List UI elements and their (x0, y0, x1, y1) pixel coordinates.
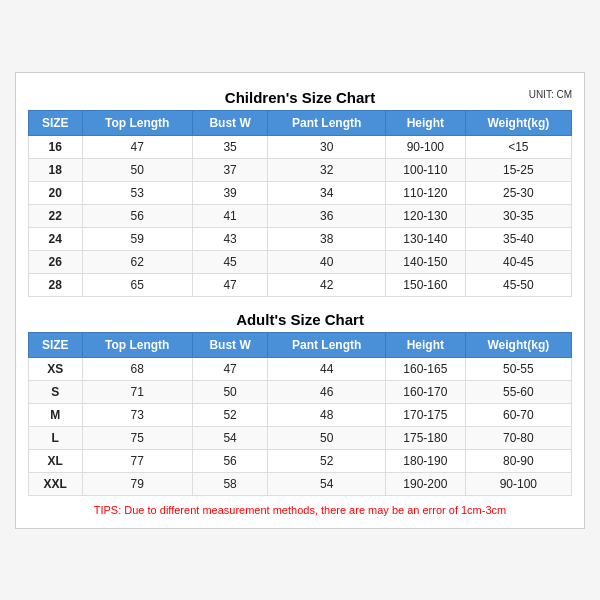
table-cell: 15-25 (465, 158, 571, 181)
table-cell: 160-170 (386, 380, 466, 403)
table-row: XL775652180-19080-90 (29, 449, 572, 472)
children-col-size: SIZE (29, 110, 83, 135)
table-cell: 46 (268, 380, 386, 403)
table-cell: 22 (29, 204, 83, 227)
children-col-toplength: Top Length (82, 110, 192, 135)
children-tbody: 1647353090-100<1518503732100-11015-25205… (29, 135, 572, 296)
table-cell: 45-50 (465, 273, 571, 296)
table-cell: 80-90 (465, 449, 571, 472)
adults-col-toplength: Top Length (82, 332, 192, 357)
table-cell: 52 (268, 449, 386, 472)
table-cell: 110-120 (386, 181, 466, 204)
table-cell: 45 (192, 250, 268, 273)
table-cell: 40-45 (465, 250, 571, 273)
table-cell: 160-165 (386, 357, 466, 380)
table-cell: 34 (268, 181, 386, 204)
adults-col-size: SIZE (29, 332, 83, 357)
table-cell: 44 (268, 357, 386, 380)
table-cell: 62 (82, 250, 192, 273)
table-cell: 20 (29, 181, 83, 204)
children-title-text: Children's Size Chart (225, 89, 375, 106)
table-row: 24594338130-14035-40 (29, 227, 572, 250)
table-cell: 150-160 (386, 273, 466, 296)
table-cell: XXL (29, 472, 83, 495)
table-cell: 37 (192, 158, 268, 181)
table-cell: <15 (465, 135, 571, 158)
table-cell: 75 (82, 426, 192, 449)
table-cell: 25-30 (465, 181, 571, 204)
table-cell: XS (29, 357, 83, 380)
table-cell: XL (29, 449, 83, 472)
table-cell: 50 (82, 158, 192, 181)
table-cell: L (29, 426, 83, 449)
table-cell: 35 (192, 135, 268, 158)
table-cell: M (29, 403, 83, 426)
adults-col-height: Height (386, 332, 466, 357)
table-cell: 47 (192, 273, 268, 296)
table-row: 26624540140-15040-45 (29, 250, 572, 273)
table-cell: 71 (82, 380, 192, 403)
table-cell: 32 (268, 158, 386, 181)
table-cell: 175-180 (386, 426, 466, 449)
table-cell: S (29, 380, 83, 403)
adults-title: Adult's Size Chart (28, 305, 572, 332)
table-cell: 35-40 (465, 227, 571, 250)
children-col-bustw: Bust W (192, 110, 268, 135)
table-cell: 24 (29, 227, 83, 250)
table-cell: 16 (29, 135, 83, 158)
table-cell: 53 (82, 181, 192, 204)
adults-title-text: Adult's Size Chart (236, 311, 364, 328)
table-cell: 65 (82, 273, 192, 296)
table-cell: 100-110 (386, 158, 466, 181)
tips-text: TIPS: Due to different measurement metho… (28, 504, 572, 516)
adults-table: SIZE Top Length Bust W Pant Length Heigh… (28, 332, 572, 496)
table-cell: 130-140 (386, 227, 466, 250)
adults-header-row: SIZE Top Length Bust W Pant Length Heigh… (29, 332, 572, 357)
table-row: 20533934110-12025-30 (29, 181, 572, 204)
table-cell: 180-190 (386, 449, 466, 472)
table-cell: 140-150 (386, 250, 466, 273)
table-cell: 54 (268, 472, 386, 495)
table-cell: 73 (82, 403, 192, 426)
table-cell: 50 (268, 426, 386, 449)
table-row: 28654742150-16045-50 (29, 273, 572, 296)
table-cell: 190-200 (386, 472, 466, 495)
adults-col-bustw: Bust W (192, 332, 268, 357)
table-row: S715046160-17055-60 (29, 380, 572, 403)
table-cell: 48 (268, 403, 386, 426)
table-cell: 56 (192, 449, 268, 472)
table-row: 22564136120-13030-35 (29, 204, 572, 227)
children-header-row: SIZE Top Length Bust W Pant Length Heigh… (29, 110, 572, 135)
chart-container: Children's Size Chart UNIT: CM SIZE Top … (15, 72, 585, 529)
table-cell: 54 (192, 426, 268, 449)
table-cell: 38 (268, 227, 386, 250)
table-cell: 120-130 (386, 204, 466, 227)
adults-tbody: XS684744160-16550-55S715046160-17055-60M… (29, 357, 572, 495)
table-cell: 170-175 (386, 403, 466, 426)
table-row: 1647353090-100<15 (29, 135, 572, 158)
table-row: 18503732100-11015-25 (29, 158, 572, 181)
unit-label: UNIT: CM (529, 89, 572, 100)
table-cell: 58 (192, 472, 268, 495)
table-cell: 30-35 (465, 204, 571, 227)
table-cell: 79 (82, 472, 192, 495)
table-cell: 43 (192, 227, 268, 250)
table-cell: 70-80 (465, 426, 571, 449)
table-cell: 42 (268, 273, 386, 296)
table-cell: 50 (192, 380, 268, 403)
adults-col-weight: Weight(kg) (465, 332, 571, 357)
table-cell: 68 (82, 357, 192, 380)
table-cell: 50-55 (465, 357, 571, 380)
table-cell: 90-100 (465, 472, 571, 495)
table-cell: 90-100 (386, 135, 466, 158)
table-cell: 28 (29, 273, 83, 296)
children-col-pantlength: Pant Length (268, 110, 386, 135)
table-cell: 55-60 (465, 380, 571, 403)
table-cell: 47 (82, 135, 192, 158)
table-cell: 60-70 (465, 403, 571, 426)
table-cell: 59 (82, 227, 192, 250)
children-col-weight: Weight(kg) (465, 110, 571, 135)
table-cell: 39 (192, 181, 268, 204)
table-row: XS684744160-16550-55 (29, 357, 572, 380)
table-row: XXL795854190-20090-100 (29, 472, 572, 495)
